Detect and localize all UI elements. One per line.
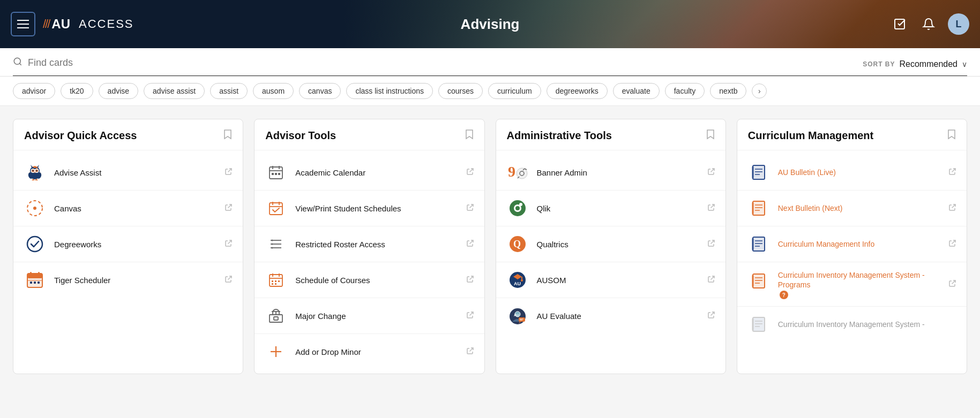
- svg-line-28: [228, 204, 232, 208]
- svg-point-1: [14, 58, 20, 64]
- curriculum-management-info-label: Curriculum Management Info: [778, 239, 875, 249]
- svg-rect-37: [30, 282, 32, 284]
- svg-line-84: [710, 169, 714, 172]
- svg-point-58: [272, 244, 273, 245]
- sort-value[interactable]: Recommended: [900, 59, 958, 69]
- tag-faculty[interactable]: faculty: [665, 83, 705, 99]
- au-bulletin-live-label: AU Bulletin (Live): [778, 168, 836, 177]
- search-input[interactable]: [28, 57, 270, 69]
- logo-slashes: ///: [43, 17, 49, 31]
- tiger-scheduler-external-link-icon: [225, 276, 232, 284]
- list-item-cims-partial[interactable]: Curriculum Inventory Management System -: [737, 307, 967, 342]
- tags-scroll-right-button[interactable]: ›: [752, 83, 767, 98]
- advisor-quick-access-title: Advisor Quick Access: [24, 130, 137, 142]
- advisor-tools-header: Advisor Tools: [255, 119, 484, 150]
- svg-rect-46: [275, 173, 277, 175]
- banner-admin-external-link-icon: [708, 168, 715, 177]
- list-item-view-print-schedules[interactable]: View/Print Student Schedules: [255, 191, 484, 226]
- tag-evaluate[interactable]: evaluate: [613, 83, 660, 99]
- list-item-qlik[interactable]: Qlik: [496, 191, 725, 226]
- svg-rect-126: [752, 238, 754, 250]
- tag-tk20[interactable]: tk20: [61, 83, 93, 99]
- list-item-ausom[interactable]: AU AUSOM: [496, 262, 725, 298]
- search-wrapper: [13, 57, 270, 69]
- view-print-schedules-label: View/Print Student Schedules: [295, 204, 401, 213]
- list-item-advise-assist[interactable]: Advise Assist: [13, 155, 243, 191]
- user-avatar[interactable]: L: [948, 13, 969, 35]
- svg-rect-15: [36, 167, 38, 169]
- next-bulletin-external-link-icon: [949, 204, 956, 212]
- ausom-label: AUSOM: [537, 276, 566, 285]
- administrative-tools-bookmark-icon[interactable]: [706, 129, 715, 142]
- svg-point-27: [33, 207, 36, 210]
- svg-line-134: [952, 280, 956, 284]
- hamburger-menu-button[interactable]: [11, 12, 35, 36]
- tasks-icon-button[interactable]: [890, 14, 909, 34]
- curriculum-management-bookmark-icon[interactable]: [947, 129, 956, 142]
- schedule-courses-label: Schedule of Courses: [295, 276, 370, 285]
- view-print-schedules-external-link-icon: [467, 204, 474, 212]
- logo: /// AU ACCESS: [43, 17, 134, 32]
- hamburger-line: [17, 27, 29, 28]
- list-item-cims-programs[interactable]: Curriculum Inventory Management System -…: [737, 262, 967, 307]
- tag-nextb[interactable]: nextb: [710, 83, 746, 99]
- list-item-au-bulletin-live[interactable]: AU Bulletin (Live): [737, 155, 967, 191]
- degreeworks-external-link-icon: [225, 240, 232, 248]
- list-item-schedule-courses[interactable]: Schedule of Courses: [255, 262, 484, 298]
- administrative-tools-card: Administrative Tools 9: [496, 119, 726, 374]
- notifications-icon-button[interactable]: [919, 14, 938, 34]
- list-item-banner-admin[interactable]: 9 Banner Admin: [496, 155, 725, 191]
- svg-line-60: [469, 240, 473, 244]
- tag-degreeworks[interactable]: degreeworks: [547, 83, 608, 99]
- list-item-canvas[interactable]: Canvas: [13, 191, 243, 226]
- svg-rect-112: [752, 166, 754, 178]
- canvas-external-link-icon: [225, 204, 232, 212]
- curriculum-management-card: Curriculum Management: [737, 119, 967, 374]
- tag-curriculum[interactable]: curriculum: [488, 83, 541, 99]
- ausom-icon: AU: [507, 269, 528, 291]
- page-title: Advising: [461, 16, 520, 33]
- advise-assist-icon: [24, 162, 46, 183]
- tag-advise[interactable]: advise: [99, 83, 138, 99]
- list-item-add-drop-minor[interactable]: Add or Drop Minor: [255, 334, 484, 369]
- sort-label: SORT BY: [863, 60, 895, 68]
- svg-line-106: [710, 312, 714, 316]
- administrative-tools-header: Administrative Tools: [496, 119, 725, 150]
- tag-ausom[interactable]: ausom: [253, 83, 294, 99]
- list-item-qualtrics[interactable]: Q Qualtrics: [496, 226, 725, 262]
- cims-programs-hint-icon[interactable]: ?: [780, 291, 788, 299]
- header-right-controls: L: [890, 13, 969, 35]
- tag-canvas[interactable]: canvas: [299, 83, 341, 99]
- advisor-quick-access-bookmark-icon[interactable]: [223, 129, 232, 142]
- au-evaluate-label: AU Evaluate: [537, 311, 581, 321]
- list-item-next-bulletin[interactable]: Next Bulletin (Next): [737, 191, 967, 226]
- advisor-tools-bookmark-icon[interactable]: [465, 129, 474, 142]
- list-item-academic-calendar[interactable]: Academic Calendar: [255, 155, 484, 191]
- tag-advisor[interactable]: advisor: [13, 83, 55, 99]
- svg-line-25: [228, 169, 232, 172]
- tag-advise-assist[interactable]: advise assist: [144, 83, 205, 99]
- curriculum-management-header: Curriculum Management: [737, 119, 967, 150]
- main-content: Advisor Quick Access: [0, 106, 980, 387]
- hamburger-line: [17, 24, 29, 25]
- svg-point-29: [27, 237, 42, 252]
- sort-chevron-icon[interactable]: ∨: [962, 60, 967, 69]
- administrative-tools-body: 9 Banner Admin: [496, 150, 725, 354]
- advisor-tools-card: Advisor Tools: [254, 119, 484, 374]
- advisor-quick-access-card: Advisor Quick Access: [13, 119, 243, 374]
- list-item-restricted-roster[interactable]: Restricted Roster Access: [255, 226, 484, 262]
- tag-class-list-instructions[interactable]: class list instructions: [346, 83, 433, 99]
- tag-assist[interactable]: assist: [210, 83, 248, 99]
- list-item-degreeworks[interactable]: Degreeworks: [13, 226, 243, 262]
- academic-calendar-icon: [265, 162, 287, 183]
- major-change-icon: [265, 305, 287, 326]
- svg-line-40: [228, 276, 232, 280]
- tag-courses[interactable]: courses: [438, 83, 483, 99]
- list-item-curriculum-management-info[interactable]: Curriculum Management Info: [737, 226, 967, 262]
- svg-rect-102: [519, 317, 525, 322]
- list-item-tiger-scheduler[interactable]: Tiger Scheduler: [13, 262, 243, 298]
- tags-row: advisor tk20 advise advise assist assist…: [0, 77, 980, 106]
- list-item-major-change[interactable]: Major Change: [255, 298, 484, 334]
- au-bulletin-live-icon: [748, 162, 769, 183]
- list-item-au-evaluate[interactable]: AU AU Evaluate: [496, 298, 725, 333]
